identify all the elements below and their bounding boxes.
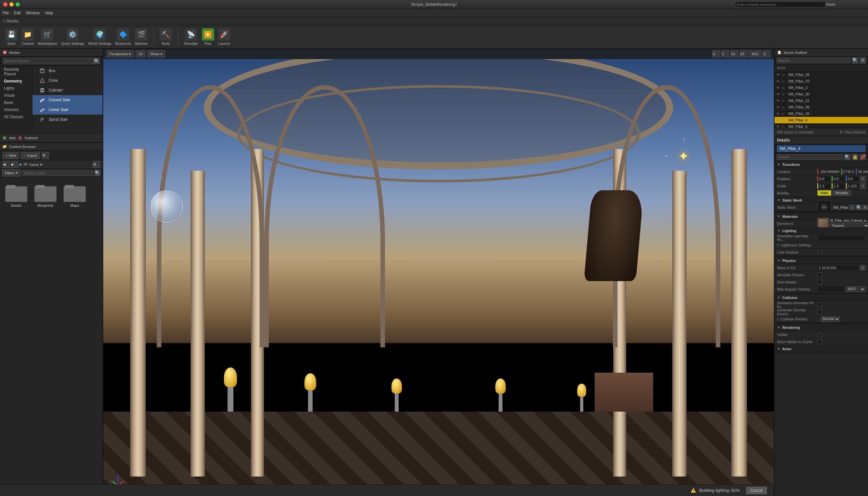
rotation-y[interactable]: 0.0 [832,176,845,182]
outliner-item-sm-pillar-38[interactable]: 👁 ▷ SM_Pillar_38 [775,104,868,110]
outliner-item-sm-pillar-39[interactable]: 👁 ▷ SM_Pillar_39 [775,110,868,117]
console-input[interactable] [735,1,826,8]
folder-assets[interactable]: Assets [3,184,29,207]
actor-section-header[interactable]: ▼ Actor [775,345,868,353]
rotation-x[interactable]: 0.0 [817,176,831,182]
vp-maximize[interactable]: ⊡ [763,50,771,58]
geo-item-curved-stair[interactable]: Curved Stair [32,95,103,105]
override-lightmap-value[interactable] [817,235,865,241]
transform-section-header[interactable]: ▼ Transform [775,161,868,168]
vp-ctrl-1[interactable]: G [713,50,720,58]
nav-back-button[interactable]: ◀ [3,161,10,168]
max-angular-value[interactable] [817,286,844,292]
selected-actor-name-input[interactable] [777,145,865,152]
add-label[interactable]: Add [9,136,16,140]
mesh-clear-button[interactable]: ✕ [863,205,868,210]
vp-ctrl-2[interactable]: C [722,50,729,58]
toolbar-matinee[interactable]: 🎬 Matinee [135,28,148,45]
minimize-button[interactable] [10,2,14,6]
outliner-view-options[interactable]: 👁 View Options [839,130,865,134]
menu-edit[interactable]: Edit [14,11,21,15]
cast-shadow-checkbox[interactable]: ✓ [817,250,822,254]
start-awake-checkbox[interactable] [817,280,822,284]
details-lock-button[interactable]: 🔒 [852,154,858,160]
nav-forward-button[interactable]: ▶ [11,161,18,168]
toolbar-save[interactable]: 💾 Save [5,28,17,45]
outliner-settings-button[interactable]: ⚙ [859,57,866,64]
outliner-item-sm-pillar-29[interactable]: 👁 ▷ SM_Pillar_29 [775,78,868,84]
toolbar-content[interactable]: 📁 Content [21,28,34,45]
lightmass-row[interactable]: ▷ Lightmass Settings [775,242,868,249]
scale-reset-button[interactable]: ↺ [860,183,865,189]
outliner-search-button[interactable]: 🔍 [852,57,858,64]
show-button[interactable]: Show ▾ [148,50,165,58]
outliner-item-sm-pillar-6[interactable]: 👁 ▷ SM_Pillar_6 [775,123,868,128]
folder-blueprints[interactable]: Blueprints [32,184,59,207]
category-geometry[interactable]: Geometry [0,78,32,85]
folder-maps[interactable]: Maps [62,184,88,207]
simulate-physics-checkbox[interactable] [817,273,822,277]
category-volumes[interactable]: Volumes [0,106,32,113]
location-y[interactable]: 2735.0 [841,169,856,175]
visible-checkbox[interactable]: ✓ [817,332,822,337]
outliner-item-sm-pillar-31[interactable]: 👁 ▷ SM_Pillar_31 [775,97,868,104]
scale-z[interactable]: 1.215 [846,183,859,189]
geo-item-spiral-stair[interactable]: Spiral Stair [32,114,103,124]
outliner-item-sm-pillar-3[interactable]: 👁 ▷ SM_Pillar_3 [775,84,868,91]
menu-window[interactable]: Window [26,11,40,15]
location-z[interactable]: 30.000008 [856,169,868,175]
menu-help[interactable]: Help [45,11,53,15]
rotation-reset-button[interactable]: ↺ [860,176,865,182]
mesh-browse-button[interactable]: → [850,205,855,210]
toolbar-marketplace[interactable]: 🛒 Marketplace [38,28,58,45]
import-button[interactable]: ↑ Import [21,152,40,159]
actor-hidden-checkbox[interactable] [817,340,822,344]
physics-section-header[interactable]: ▼ Physics [775,257,868,264]
vp-ctrl-4[interactable]: 10 [740,50,747,58]
search-button[interactable]: 🔍 [93,58,100,64]
mobility-static-button[interactable]: Static [817,190,831,196]
mass-reset-button[interactable]: ↺ [860,265,865,270]
new-button[interactable]: + New [3,152,19,159]
toolbar-launch[interactable]: 🚀 Launch [218,28,231,45]
sim-generates-checkbox[interactable] [817,303,822,307]
settings-button[interactable]: ⚙ [42,152,49,159]
outliner-item-sm-pillar-28[interactable]: 👁 ▷ SM_Pillar_28 [775,72,868,78]
location-x[interactable]: -259.999969 [817,169,841,175]
geo-item-box[interactable]: Box [32,66,103,76]
collision-preset-select[interactable]: BlockAll [821,316,840,322]
nav-game-label[interactable]: Game [29,162,39,167]
perspective-button[interactable]: Perspective ▾ [107,50,134,58]
toolbar-quick-settings[interactable]: ⚙️ Quick Settings [61,28,84,45]
outliner-item-sm-pillar-4[interactable]: 👁 ▷ SM_Pillar_4 [775,117,868,123]
toolbar-simulate[interactable]: 📡 Simulate [184,28,198,45]
filters-button[interactable]: Filters ▾ [2,169,21,176]
mass-value[interactable]: 1.3110.031 [817,265,859,271]
lighting-section-header[interactable]: ▼ Lighting [775,227,868,234]
search-game-input[interactable] [22,170,93,176]
menu-file[interactable]: File [3,11,9,15]
details-search-button[interactable]: 🔍 [844,154,851,160]
search-classes-input[interactable] [3,58,93,64]
mesh-find-button[interactable]: 🔍 [856,205,861,210]
toolbar-play[interactable]: ▶️ Play [202,28,214,45]
lit-button[interactable]: Lit [136,50,145,58]
outliner-search-input[interactable] [776,58,851,63]
category-lights[interactable]: Lights [0,85,32,92]
collision-section-header[interactable]: ▼ Collision [775,294,868,301]
category-basic[interactable]: Basic [0,99,32,106]
toolbar-blueprints[interactable]: 🔷 Blueprints [115,28,131,45]
scale-y[interactable]: 1.3 [832,183,845,189]
geo-item-cone[interactable]: Cone [32,76,103,86]
category-recently-placed[interactable]: Recently Placed [0,66,32,78]
mobility-movable-button[interactable]: Movable [833,190,851,196]
rendering-section-header[interactable]: ▼ Rendering [775,324,868,331]
search-game-button[interactable]: 🔍 [94,170,100,176]
generate-overlap-checkbox[interactable] [817,310,822,314]
vp-camera-speed[interactable]: 4/21 [749,50,761,58]
details-pin-button[interactable]: 📌 [859,154,866,160]
details-search-input[interactable] [776,154,843,160]
geo-item-linear-stair[interactable]: Linear Stair [32,105,103,114]
close-button[interactable] [3,2,7,6]
cancel-build-button[interactable]: Cancel [746,487,767,494]
